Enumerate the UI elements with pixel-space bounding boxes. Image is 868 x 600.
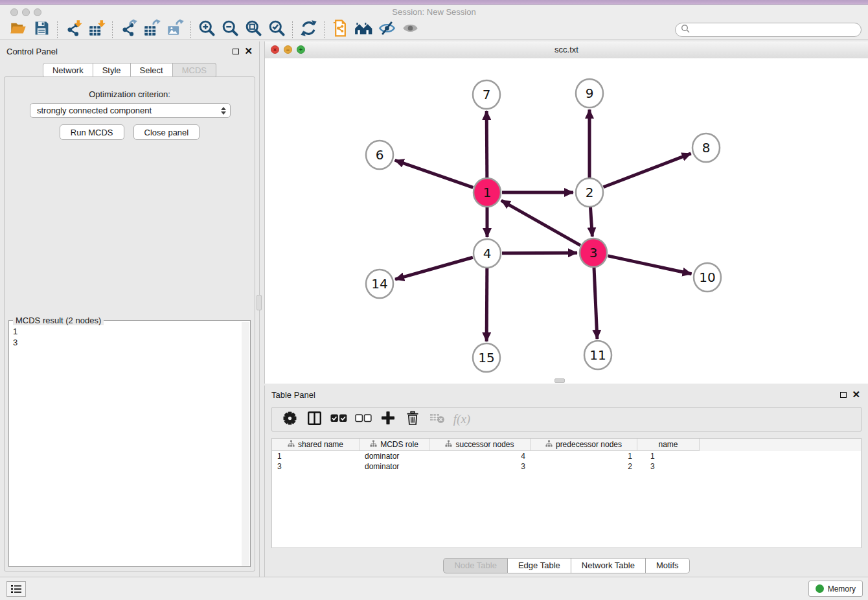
edge-4-15[interactable] — [486, 268, 487, 341]
graph-node-9[interactable]: 9 — [576, 79, 603, 108]
new-network-from-selection-button[interactable] — [328, 20, 352, 40]
table-cell[interactable]: dominator — [360, 461, 429, 472]
delete-row-icon — [406, 411, 419, 428]
table-cell[interactable]: 3 — [429, 461, 531, 472]
first-neighbors-button[interactable] — [352, 20, 375, 40]
close-panel-icon[interactable]: ✕ — [244, 48, 253, 54]
svg-text:2: 2 — [586, 185, 594, 200]
network-window-titlebar[interactable]: × − + scc.txt — [265, 41, 868, 59]
panel-splitter-handle[interactable] — [257, 295, 262, 310]
edge-3-10[interactable] — [608, 256, 691, 274]
window-accent-strip — [0, 0, 868, 5]
import-table-button[interactable] — [85, 20, 108, 40]
column-tree-icon — [288, 440, 295, 449]
close-table-panel-icon[interactable]: ✕ — [852, 391, 860, 398]
float-table-panel-icon[interactable] — [840, 392, 847, 398]
memory-button[interactable]: Memory — [808, 581, 863, 597]
svg-text:3: 3 — [589, 245, 598, 260]
graph-node-4[interactable]: 4 — [474, 239, 501, 268]
edge-4-3[interactable] — [502, 253, 577, 253]
tab-mcds[interactable]: MCDS — [173, 63, 216, 78]
table-cell[interactable]: dominator — [360, 451, 429, 461]
graph-node-3[interactable]: 3 — [580, 238, 607, 267]
application-window: Session: New Session Control Panel ✕ Net… — [0, 0, 868, 600]
mcds-result-text[interactable]: 13 — [9, 322, 242, 566]
criterion-value: strongly connected component — [37, 106, 152, 115]
column-header-successor-nodes[interactable]: successor nodes — [429, 439, 531, 451]
table-cell[interactable]: 1 — [272, 451, 360, 461]
table-row[interactable]: 1dominator411 — [272, 451, 861, 461]
export-image-button[interactable] — [163, 20, 187, 40]
table-row[interactable]: 3dominator323 — [272, 461, 861, 472]
graph-node-2[interactable]: 2 — [576, 178, 603, 207]
tab-network[interactable]: Network — [43, 63, 93, 78]
edge-4-14[interactable] — [395, 257, 473, 279]
tab-style[interactable]: Style — [93, 63, 131, 78]
column-header-predecessor-nodes[interactable]: predecessor nodes — [531, 439, 637, 451]
table-cell[interactable]: 4 — [429, 451, 531, 461]
column-header-MCDS-role[interactable]: MCDS role — [360, 439, 429, 451]
zoom-in-button[interactable] — [195, 20, 218, 40]
tab-edge-table[interactable]: Edge Table — [508, 558, 571, 573]
show-all-button[interactable] — [398, 20, 422, 40]
float-panel-icon[interactable] — [233, 49, 239, 54]
import-network-button[interactable] — [62, 20, 85, 40]
tab-network-table[interactable]: Network Table — [571, 558, 646, 573]
graph-node-14[interactable]: 14 — [366, 270, 393, 298]
canvas-scrollbar-thumb[interactable] — [554, 378, 565, 383]
result-scrollbar[interactable] — [242, 322, 249, 566]
edge-1-6[interactable] — [395, 160, 474, 187]
refresh-button[interactable] — [297, 20, 320, 40]
zoom-selected-button[interactable] — [265, 20, 288, 40]
toolbar-separator — [190, 21, 191, 38]
show-columns-button[interactable] — [302, 409, 326, 430]
zoom-out-button[interactable] — [218, 20, 242, 40]
edge-3-1[interactable] — [501, 200, 580, 245]
first-neighbors-icon — [354, 19, 373, 40]
table-cell[interactable]: 3 — [272, 461, 360, 472]
task-history-button[interactable] — [6, 581, 26, 597]
new-network-from-selection-icon — [332, 19, 349, 40]
graph-node-8[interactable]: 8 — [692, 133, 720, 162]
graph-node-6[interactable]: 6 — [366, 141, 393, 169]
close-panel-button[interactable]: Close panel — [133, 124, 200, 140]
search-box[interactable] — [675, 23, 862, 37]
zoom-fit-button[interactable] — [242, 20, 265, 40]
edge-2-8[interactable] — [603, 154, 691, 187]
hide-selected-button[interactable] — [375, 20, 398, 40]
table-panel: Table Panel ✕ f(x) shared nameMCDS roles… — [264, 386, 868, 577]
run-mcds-button[interactable]: Run MCDS — [60, 124, 124, 140]
graph-node-7[interactable]: 7 — [473, 80, 500, 109]
export-network-button[interactable] — [117, 20, 140, 40]
edge-2-3[interactable] — [590, 207, 592, 237]
add-row-button[interactable] — [376, 409, 400, 430]
window-title: Session: New Session — [0, 7, 868, 17]
delete-row-button[interactable] — [400, 409, 425, 430]
tab-motifs[interactable]: Motifs — [646, 558, 690, 573]
network-canvas[interactable]: 7968124314101511 — [265, 58, 868, 384]
save-session-button[interactable] — [30, 20, 53, 40]
optimization-criterion-label: Optimization criterion: — [5, 89, 255, 99]
export-table-button[interactable] — [140, 20, 163, 40]
column-header-name[interactable]: name — [637, 439, 700, 451]
zoom-fit-icon — [245, 19, 262, 40]
table-cell[interactable]: 2 — [531, 461, 637, 472]
settings-button[interactable] — [277, 409, 302, 430]
graph-node-15[interactable]: 15 — [473, 343, 500, 372]
graph-node-11[interactable]: 11 — [584, 341, 611, 369]
table-cell[interactable]: 1 — [637, 451, 700, 461]
edge-3-11[interactable] — [594, 268, 597, 339]
edge-1-7[interactable] — [486, 111, 487, 178]
deselect-all-button[interactable] — [351, 409, 376, 430]
graph-node-1[interactable]: 1 — [474, 178, 501, 207]
graph-node-10[interactable]: 10 — [694, 263, 721, 292]
select-all-button[interactable] — [326, 409, 351, 430]
tab-node-table[interactable]: Node Table — [443, 558, 508, 573]
table-cell[interactable]: 1 — [531, 451, 637, 461]
search-input[interactable] — [693, 25, 856, 35]
criterion-select[interactable]: strongly connected component — [30, 103, 231, 118]
table-cell[interactable]: 3 — [637, 461, 700, 472]
column-header-shared-name[interactable]: shared name — [272, 439, 360, 451]
open-session-button[interactable] — [6, 20, 30, 40]
tab-select[interactable]: Select — [131, 63, 173, 78]
